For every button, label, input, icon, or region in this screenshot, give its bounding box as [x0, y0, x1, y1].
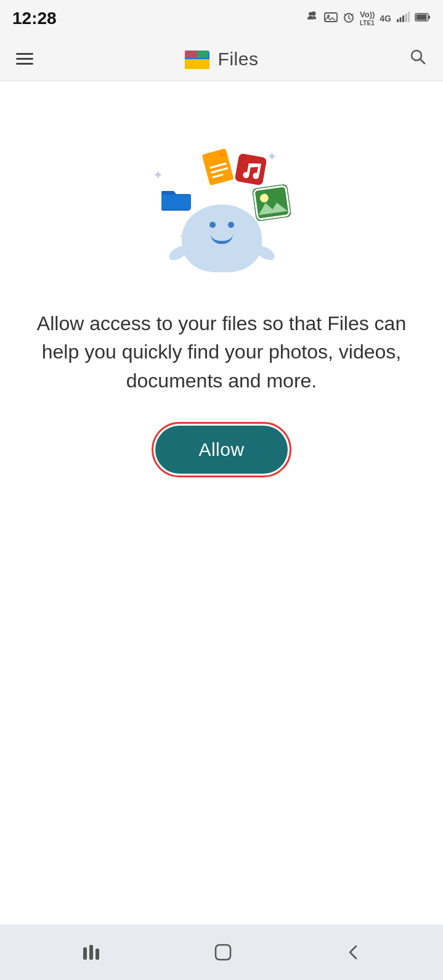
mascot-arm-right — [254, 243, 277, 263]
svg-rect-11 — [417, 14, 427, 20]
svg-rect-6 — [402, 15, 404, 22]
recents-nav-button[interactable] — [76, 937, 107, 967]
sparkle-icon-1: ✦ — [153, 168, 163, 182]
home-nav-button[interactable] — [208, 937, 238, 967]
hamburger-line-1 — [16, 53, 33, 55]
hamburger-line-3 — [16, 63, 33, 65]
alarm-icon — [343, 11, 355, 26]
status-icons: Vo))LTE1 4G — [304, 10, 431, 27]
svg-rect-16 — [185, 65, 209, 69]
status-bar: 12:28 — [0, 0, 443, 37]
mascot-eyes — [209, 222, 234, 228]
mascot-face — [197, 222, 246, 244]
svg-rect-28 — [89, 945, 93, 960]
status-time: 12:28 — [12, 9, 57, 28]
teams-icon — [304, 10, 319, 27]
mascot-mouth — [211, 234, 233, 244]
illustration: ✦ ✦ ✦ — [142, 124, 302, 285]
battery-icon — [415, 12, 431, 25]
search-button[interactable] — [405, 44, 431, 74]
mascot — [182, 205, 262, 278]
svg-rect-22 — [234, 153, 267, 185]
svg-rect-30 — [216, 945, 230, 960]
mascot-eye-left — [209, 222, 216, 228]
main-content: ✦ ✦ ✦ — [0, 81, 443, 711]
app-title: Files — [218, 49, 259, 70]
svg-rect-8 — [408, 12, 410, 22]
svg-rect-29 — [96, 949, 99, 960]
sparkle-icon-3: ✦ — [267, 149, 277, 164]
description-text: Allow access to your files so that Files… — [18, 309, 425, 395]
back-nav-button[interactable] — [340, 937, 367, 967]
mascot-eye-right — [228, 222, 234, 228]
app-bar: Files — [0, 37, 443, 81]
allow-button[interactable]: Allow — [155, 426, 287, 474]
app-bar-title: Files — [184, 46, 259, 73]
mascot-body-blob — [182, 205, 262, 272]
svg-rect-4 — [397, 19, 399, 22]
svg-rect-5 — [400, 17, 402, 22]
svg-rect-27 — [83, 947, 87, 960]
spacer — [0, 711, 443, 925]
music-icon — [234, 153, 267, 185]
mascot-arm-left — [166, 243, 189, 263]
svg-marker-14 — [185, 51, 197, 58]
hamburger-menu-button[interactable] — [12, 49, 37, 68]
svg-rect-10 — [428, 15, 430, 18]
bottom-nav — [0, 925, 443, 980]
svg-marker-13 — [197, 51, 208, 58]
volte-icon: Vo))LTE1 — [360, 10, 375, 26]
allow-button-wrapper: Allow — [155, 426, 287, 474]
document-icon — [199, 145, 242, 190]
svg-rect-18 — [201, 148, 234, 186]
gallery-status-icon — [324, 11, 338, 26]
svg-rect-7 — [405, 14, 407, 22]
hamburger-line-2 — [16, 58, 33, 60]
signal-icon — [396, 12, 410, 26]
4g-icon: 4G — [380, 14, 391, 23]
app-logo — [184, 46, 211, 73]
